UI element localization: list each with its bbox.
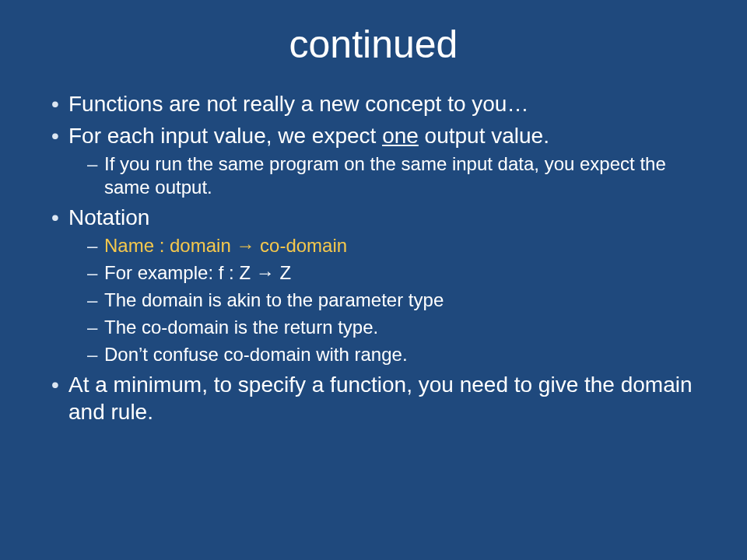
bullet-text: Notation [68, 205, 149, 229]
bullet-item: Functions are not really a new concept t… [47, 90, 700, 117]
sub-bullet-text: For example: f : Z → Z [104, 262, 291, 283]
sub-bullet-item: The domain is akin to the parameter type [87, 289, 700, 312]
bullet-item: At a minimum, to specify a function, you… [47, 371, 700, 425]
sub-bullet-text: The co-domain is the return type. [104, 317, 378, 338]
bullet-item: For each input value, we expect one outp… [47, 122, 700, 199]
bullet-text: Functions are not really a new concept t… [68, 92, 528, 116]
bullet-text-post: output value. [419, 124, 549, 148]
slide-title: continued [47, 22, 700, 67]
sub-bullet-item: The co-domain is the return type. [87, 316, 700, 339]
bullet-text-pre: For each input value, we expect [68, 124, 382, 148]
sub-bullet-item-accent: Name : domain → co-domain [87, 234, 700, 257]
bullet-item: Notation Name : domain → co-domain For e… [47, 204, 700, 366]
sub-bullet-item: For example: f : Z → Z [87, 261, 700, 285]
sub-bullet-text: Don’t confuse co-domain with range. [104, 344, 408, 365]
sub-bullet-item: If you run the same program on the same … [87, 152, 700, 199]
sub-bullet-list: Name : domain → co-domain For example: f… [68, 234, 700, 366]
slide: continued Functions are not really a new… [0, 0, 747, 560]
bullet-list: Functions are not really a new concept t… [47, 90, 700, 425]
sub-bullet-text: If you run the same program on the same … [104, 153, 666, 198]
sub-bullet-text: The domain is akin to the parameter type [104, 289, 444, 310]
sub-bullet-text: Name : domain → co-domain [104, 235, 347, 256]
sub-bullet-list: If you run the same program on the same … [68, 152, 700, 199]
sub-bullet-item: Don’t confuse co-domain with range. [87, 343, 700, 366]
bullet-text: At a minimum, to specify a function, you… [68, 373, 693, 424]
bullet-text-underlined: one [382, 124, 419, 148]
